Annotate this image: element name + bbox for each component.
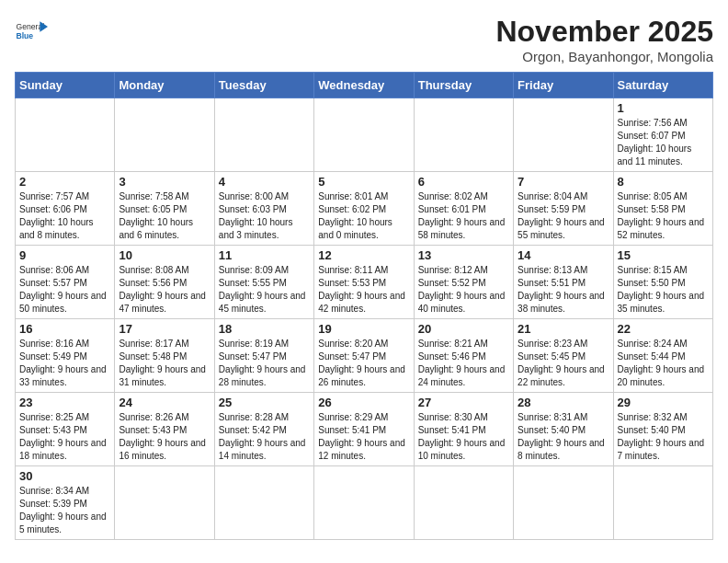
calendar-cell: 3Sunrise: 7:58 AM Sunset: 6:05 PM Daylig… [115, 172, 214, 246]
week-row-5: 30Sunrise: 8:34 AM Sunset: 5:39 PM Dayli… [16, 466, 713, 540]
calendar-cell: 20Sunrise: 8:21 AM Sunset: 5:46 PM Dayli… [414, 319, 513, 393]
day-info: Sunrise: 8:32 AM Sunset: 5:40 PM Dayligh… [618, 411, 709, 463]
calendar-cell [314, 466, 414, 540]
day-number: 11 [219, 248, 310, 262]
calendar-cell [214, 98, 313, 172]
day-number: 10 [119, 248, 210, 262]
day-number: 3 [119, 175, 210, 189]
day-number: 16 [19, 322, 110, 336]
calendar-cell: 9Sunrise: 8:06 AM Sunset: 5:57 PM Daylig… [16, 246, 115, 319]
day-number: 7 [518, 175, 609, 189]
calendar-cell: 16Sunrise: 8:16 AM Sunset: 5:49 PM Dayli… [16, 319, 115, 393]
day-info: Sunrise: 8:29 AM Sunset: 5:41 PM Dayligh… [318, 411, 409, 463]
day-number: 24 [119, 396, 210, 409]
day-info: Sunrise: 8:09 AM Sunset: 5:55 PM Dayligh… [219, 264, 310, 316]
day-number: 13 [418, 248, 509, 262]
day-number: 30 [19, 469, 110, 483]
calendar-cell [514, 98, 613, 172]
day-info: Sunrise: 8:26 AM Sunset: 5:43 PM Dayligh… [119, 411, 210, 463]
calendar-cell [314, 98, 414, 172]
day-info: Sunrise: 8:13 AM Sunset: 5:51 PM Dayligh… [518, 264, 609, 316]
calendar-cell: 26Sunrise: 8:29 AM Sunset: 5:41 PM Dayli… [314, 393, 414, 466]
day-header-wednesday: Wednesday [314, 73, 414, 98]
day-info: Sunrise: 8:19 AM Sunset: 5:47 PM Dayligh… [219, 338, 310, 389]
day-number: 27 [418, 396, 509, 409]
svg-text:Blue: Blue [16, 31, 33, 40]
calendar-cell: 13Sunrise: 8:12 AM Sunset: 5:52 PM Dayli… [414, 246, 513, 319]
calendar-cell: 1Sunrise: 7:56 AM Sunset: 6:07 PM Daylig… [613, 98, 712, 172]
calendar-cell: 28Sunrise: 8:31 AM Sunset: 5:40 PM Dayli… [514, 393, 613, 466]
calendar-cell: 23Sunrise: 8:25 AM Sunset: 5:43 PM Dayli… [16, 393, 115, 466]
day-number: 18 [219, 322, 310, 336]
calendar-cell: 21Sunrise: 8:23 AM Sunset: 5:45 PM Dayli… [514, 319, 613, 393]
day-info: Sunrise: 8:16 AM Sunset: 5:49 PM Dayligh… [19, 338, 110, 389]
day-number: 29 [618, 396, 709, 409]
day-info: Sunrise: 8:01 AM Sunset: 6:02 PM Dayligh… [318, 190, 409, 242]
calendar-cell: 30Sunrise: 8:34 AM Sunset: 5:39 PM Dayli… [16, 466, 115, 540]
day-header-tuesday: Tuesday [214, 73, 313, 98]
week-row-0: 1Sunrise: 7:56 AM Sunset: 6:07 PM Daylig… [16, 98, 713, 172]
calendar-cell: 5Sunrise: 8:01 AM Sunset: 6:02 PM Daylig… [314, 172, 414, 246]
logo: General Blue [15, 15, 48, 48]
calendar-cell [214, 466, 313, 540]
day-header-friday: Friday [514, 73, 613, 98]
calendar-cell: 2Sunrise: 7:57 AM Sunset: 6:06 PM Daylig… [16, 172, 115, 246]
day-number: 26 [318, 396, 409, 409]
calendar-cell: 24Sunrise: 8:26 AM Sunset: 5:43 PM Dayli… [115, 393, 214, 466]
location-subtitle: Orgon, Bayanhongor, Mongolia [495, 49, 713, 64]
day-info: Sunrise: 7:57 AM Sunset: 6:06 PM Dayligh… [19, 190, 110, 242]
calendar-cell: 10Sunrise: 8:08 AM Sunset: 5:56 PM Dayli… [115, 246, 214, 319]
calendar-cell [414, 466, 513, 540]
day-info: Sunrise: 8:04 AM Sunset: 5:59 PM Dayligh… [518, 190, 609, 242]
day-number: 22 [618, 322, 709, 336]
calendar-cell: 11Sunrise: 8:09 AM Sunset: 5:55 PM Dayli… [214, 246, 313, 319]
day-header-saturday: Saturday [613, 73, 712, 98]
day-info: Sunrise: 8:23 AM Sunset: 5:45 PM Dayligh… [518, 338, 609, 389]
calendar-cell: 17Sunrise: 8:17 AM Sunset: 5:48 PM Dayli… [115, 319, 214, 393]
calendar-cell: 19Sunrise: 8:20 AM Sunset: 5:47 PM Dayli… [314, 319, 414, 393]
day-info: Sunrise: 8:24 AM Sunset: 5:44 PM Dayligh… [618, 338, 709, 389]
calendar-cell: 14Sunrise: 8:13 AM Sunset: 5:51 PM Dayli… [514, 246, 613, 319]
day-number: 9 [19, 248, 110, 262]
day-number: 2 [19, 175, 110, 189]
calendar-cell: 7Sunrise: 8:04 AM Sunset: 5:59 PM Daylig… [514, 172, 613, 246]
week-row-1: 2Sunrise: 7:57 AM Sunset: 6:06 PM Daylig… [16, 172, 713, 246]
day-number: 1 [618, 101, 709, 115]
day-info: Sunrise: 8:08 AM Sunset: 5:56 PM Dayligh… [119, 264, 210, 316]
calendar-cell [414, 98, 513, 172]
calendar-table: SundayMondayTuesdayWednesdayThursdayFrid… [15, 72, 713, 540]
day-number: 8 [618, 175, 709, 189]
day-info: Sunrise: 8:20 AM Sunset: 5:47 PM Dayligh… [318, 338, 409, 389]
day-number: 17 [119, 322, 210, 336]
day-info: Sunrise: 8:05 AM Sunset: 5:58 PM Dayligh… [618, 190, 709, 242]
calendar-cell: 6Sunrise: 8:02 AM Sunset: 6:01 PM Daylig… [414, 172, 513, 246]
calendar-cell: 27Sunrise: 8:30 AM Sunset: 5:41 PM Dayli… [414, 393, 513, 466]
day-number: 12 [318, 248, 409, 262]
day-info: Sunrise: 8:25 AM Sunset: 5:43 PM Dayligh… [19, 411, 110, 463]
day-number: 6 [418, 175, 509, 189]
day-info: Sunrise: 7:58 AM Sunset: 6:05 PM Dayligh… [119, 190, 210, 242]
day-info: Sunrise: 8:06 AM Sunset: 5:57 PM Dayligh… [19, 264, 110, 316]
calendar-cell: 22Sunrise: 8:24 AM Sunset: 5:44 PM Dayli… [613, 319, 712, 393]
day-header-sunday: Sunday [16, 73, 115, 98]
calendar-cell [115, 466, 214, 540]
day-info: Sunrise: 8:11 AM Sunset: 5:53 PM Dayligh… [318, 264, 409, 316]
month-title: November 2025 [495, 15, 713, 49]
day-info: Sunrise: 8:21 AM Sunset: 5:46 PM Dayligh… [418, 338, 509, 389]
calendar-cell [514, 466, 613, 540]
day-number: 20 [418, 322, 509, 336]
calendar-cell: 29Sunrise: 8:32 AM Sunset: 5:40 PM Dayli… [613, 393, 712, 466]
title-block: November 2025 Orgon, Bayanhongor, Mongol… [495, 15, 713, 64]
day-info: Sunrise: 8:15 AM Sunset: 5:50 PM Dayligh… [618, 264, 709, 316]
calendar-cell [16, 98, 115, 172]
day-info: Sunrise: 8:28 AM Sunset: 5:42 PM Dayligh… [219, 411, 310, 463]
day-number: 25 [219, 396, 310, 409]
calendar-cell: 18Sunrise: 8:19 AM Sunset: 5:47 PM Dayli… [214, 319, 313, 393]
day-info: Sunrise: 8:12 AM Sunset: 5:52 PM Dayligh… [418, 264, 509, 316]
day-header-monday: Monday [115, 73, 214, 98]
calendar-cell: 25Sunrise: 8:28 AM Sunset: 5:42 PM Dayli… [214, 393, 313, 466]
calendar-cell: 4Sunrise: 8:00 AM Sunset: 6:03 PM Daylig… [214, 172, 313, 246]
day-number: 4 [219, 175, 310, 189]
day-number: 28 [518, 396, 609, 409]
week-row-3: 16Sunrise: 8:16 AM Sunset: 5:49 PM Dayli… [16, 319, 713, 393]
